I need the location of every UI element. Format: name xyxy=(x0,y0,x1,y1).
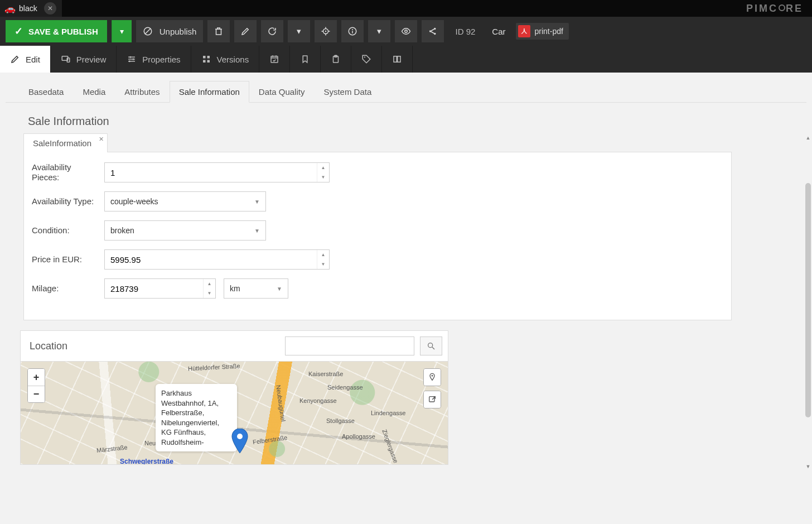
location-search-input[interactable] xyxy=(285,336,414,355)
data-tab-basedata[interactable]: Basedata xyxy=(19,81,73,103)
reload-icon xyxy=(267,26,277,36)
tab-preview[interactable]: Preview xyxy=(51,46,117,73)
availability-pieces-input[interactable] xyxy=(105,163,317,182)
tab-notes[interactable] xyxy=(321,46,351,73)
file-tab-label: black xyxy=(19,4,37,13)
spinner-down[interactable]: ▼ xyxy=(317,172,329,182)
milage-unit-value: km xyxy=(230,284,240,293)
price-field[interactable]: ▲ ▼ xyxy=(104,249,330,270)
scrollbar[interactable]: ▲ ▼ xyxy=(804,134,812,470)
reload-dropdown[interactable]: ▾ xyxy=(288,20,310,42)
save-publish-label: SAVE & PUBLISH xyxy=(28,27,98,36)
tab-bookmark[interactable] xyxy=(290,46,321,73)
preview-eye-button[interactable] xyxy=(395,20,417,42)
availability-pieces-field[interactable]: ▲ ▼ xyxy=(104,162,330,182)
milage-field[interactable]: ▲ ▼ xyxy=(104,278,216,299)
condition-value: broken xyxy=(110,226,134,235)
spinner-up[interactable]: ▲ xyxy=(317,250,329,259)
info-button[interactable] xyxy=(341,20,364,42)
map[interactable]: Hütteldorfer Straße Märzstraße Schwegler… xyxy=(21,362,448,464)
title-bar: 🚗 black ✕ PIMCRE xyxy=(0,0,812,17)
rename-button[interactable] xyxy=(234,20,257,42)
sliders-icon xyxy=(127,54,137,64)
map-street-label: Kenyongasse xyxy=(299,397,337,404)
info-icon xyxy=(347,26,357,36)
spinner-up[interactable]: ▲ xyxy=(204,279,215,289)
scroll-up-icon[interactable]: ▲ xyxy=(804,134,812,142)
inner-tab-label: SaleInformation xyxy=(33,138,91,148)
row-milage: Milage: ▲ ▼ km ▼ xyxy=(32,278,723,299)
tab-tags[interactable] xyxy=(351,46,382,73)
spinner-down[interactable]: ▼ xyxy=(317,259,329,269)
spinner-up[interactable]: ▲ xyxy=(317,163,329,172)
map-zoom-out-button[interactable]: − xyxy=(28,386,45,402)
save-publish-button[interactable]: ✓ SAVE & PUBLISH xyxy=(6,20,107,42)
caret-down-icon: ▼ xyxy=(254,228,260,234)
svg-rect-6 xyxy=(352,31,354,33)
share-button[interactable] xyxy=(422,20,444,42)
svg-point-3 xyxy=(325,31,326,32)
tab-edit[interactable]: Edit xyxy=(0,46,51,73)
availability-type-select[interactable]: couple-weeks ▼ xyxy=(104,191,266,211)
map-pin-icon xyxy=(428,373,437,382)
scrollbar-thumb[interactable] xyxy=(805,183,811,417)
data-tab-system-data[interactable]: System Data xyxy=(314,81,381,103)
svg-point-28 xyxy=(237,434,243,439)
tab-properties[interactable]: Properties xyxy=(117,46,191,73)
scroll-down-icon[interactable]: ▼ xyxy=(804,463,812,470)
data-tab-sale-information[interactable]: Sale Information xyxy=(170,81,249,103)
svg-point-7 xyxy=(405,30,408,33)
milage-unit-select[interactable]: km ▼ xyxy=(224,278,288,299)
map-street-label: Lindengasse xyxy=(371,410,405,416)
marker-icon xyxy=(231,429,248,453)
svg-line-1 xyxy=(145,28,151,35)
data-tabs: Basedata Media Attributes Sale Informati… xyxy=(6,73,806,103)
delete-button[interactable] xyxy=(207,20,230,42)
data-tab-data-quality[interactable]: Data Quality xyxy=(249,81,315,103)
tab-book[interactable] xyxy=(382,46,413,73)
devices-icon xyxy=(61,54,71,64)
tab-schedule[interactable] xyxy=(259,46,290,73)
row-condition: Condition: broken ▼ xyxy=(32,220,723,241)
map-pin-control xyxy=(423,368,441,386)
map-street-label: Kaiserstraße xyxy=(308,371,343,377)
pdf-chip-label: print-pdf xyxy=(535,27,563,36)
pdf-chip[interactable]: 人 print-pdf xyxy=(516,23,569,40)
caret-down-icon: ▾ xyxy=(120,27,124,36)
svg-rect-27 xyxy=(429,397,434,402)
svg-point-15 xyxy=(129,60,130,62)
svg-point-10 xyxy=(434,33,436,35)
reload-button[interactable] xyxy=(261,20,283,42)
map-zoom-in-button[interactable]: + xyxy=(28,369,45,386)
info-dropdown[interactable]: ▾ xyxy=(368,20,390,42)
unpublish-button[interactable]: Unpublish xyxy=(136,20,204,42)
location-search-button[interactable] xyxy=(420,336,442,355)
map-street-label: Apollogasse xyxy=(342,433,375,440)
content-area: Basedata Media Attributes Sale Informati… xyxy=(0,73,812,470)
spinner-down[interactable]: ▼ xyxy=(204,289,215,298)
map-marker[interactable] xyxy=(231,429,248,455)
close-inner-tab-button[interactable]: ✕ xyxy=(99,136,104,143)
file-tab[interactable]: 🚗 black ✕ xyxy=(0,0,62,17)
svg-rect-18 xyxy=(203,60,206,63)
map-drop-pin-button[interactable] xyxy=(424,369,441,386)
clipboard-icon xyxy=(331,54,341,64)
target-button[interactable] xyxy=(315,20,337,42)
spinner-buttons: ▲ ▼ xyxy=(317,250,329,269)
data-tab-attributes[interactable]: Attributes xyxy=(115,81,169,103)
inner-tab-saleinformation[interactable]: SaleInformation ✕ xyxy=(23,133,108,152)
save-publish-dropdown[interactable]: ▾ xyxy=(112,20,132,42)
book-icon xyxy=(392,54,402,64)
close-tab-button[interactable]: ✕ xyxy=(44,2,56,15)
tab-versions[interactable]: Versions xyxy=(191,46,260,73)
data-tab-media[interactable]: Media xyxy=(73,81,115,103)
price-input[interactable] xyxy=(105,250,317,269)
row-price: Price in EUR: ▲ ▼ xyxy=(32,249,723,270)
svg-point-13 xyxy=(129,56,131,58)
condition-select[interactable]: broken ▼ xyxy=(104,220,266,241)
map-edit-button[interactable] xyxy=(424,391,441,408)
label-milage: Milage: xyxy=(32,283,96,294)
caret-down-icon: ▼ xyxy=(277,286,282,292)
milage-input[interactable] xyxy=(105,279,203,298)
check-icon: ✓ xyxy=(14,25,23,37)
